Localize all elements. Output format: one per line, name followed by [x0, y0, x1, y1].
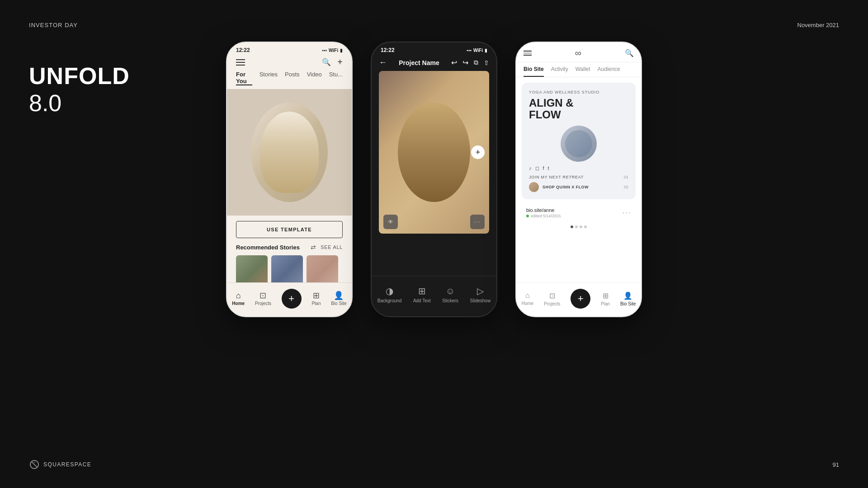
p2-more-button[interactable]: ··· — [470, 215, 485, 229]
p1-menu-line — [236, 59, 245, 60]
p3-menu-line — [524, 53, 532, 54]
p2-tool-slideshow-label: Slideshow — [470, 298, 491, 303]
p1-tab-stories[interactable]: Stories — [259, 71, 278, 85]
p3-nav-biosite[interactable]: 👤 Bio Site — [620, 291, 636, 306]
p1-search-icon[interactable]: 🔍 — [322, 58, 331, 66]
p1-signal-icon: ▪▪▪ — [322, 48, 327, 53]
p2-background-icon: ◑ — [386, 286, 393, 296]
p3-nav-home-label: Home — [521, 301, 533, 306]
p1-nav-home-label: Home — [232, 301, 245, 306]
header-right: November 2021 — [797, 22, 840, 28]
p3-bottom-nav: ⌂ Home ⊡ Projects + ⊞ Plan 👤 Bio Site — [516, 282, 641, 316]
p3-url-date: edited 5/14/2021 — [531, 214, 561, 218]
p1-tab-stu[interactable]: Stu... — [329, 71, 343, 85]
squarespace-logo-icon — [29, 459, 40, 470]
p3-instagram-icon[interactable]: ◻ — [535, 165, 539, 171]
p2-tool-background-label: Background — [377, 298, 401, 303]
p1-tab-video[interactable]: Video — [307, 71, 322, 85]
p3-menu-line — [524, 55, 532, 56]
p2-tool-background[interactable]: ◑ Background — [377, 286, 401, 303]
footer-logo-text: SQUARESPACE — [43, 461, 91, 468]
p2-battery-icon: ▮ — [485, 48, 487, 53]
p3-search-icon[interactable]: 🔍 — [625, 49, 634, 57]
p1-tab-posts[interactable]: Posts — [285, 71, 300, 85]
p1-time: 12:22 — [236, 47, 250, 53]
p3-tab-activity[interactable]: Activity — [551, 66, 568, 77]
p2-add-button[interactable]: + — [471, 145, 485, 159]
p2-redo-icon[interactable]: ↪ — [462, 58, 468, 67]
p1-menu-icon[interactable] — [236, 59, 245, 66]
p3-nav-biosite-label: Bio Site — [620, 301, 636, 306]
p3-dot-1 — [571, 225, 573, 228]
p2-project-name: Project Name — [399, 59, 439, 66]
p1-add-icon[interactable]: + — [337, 57, 343, 67]
p3-nav-plus-button[interactable]: + — [571, 289, 590, 309]
p3-tab-audience[interactable]: Audience — [598, 66, 620, 77]
p1-tab-foryou[interactable]: For You — [236, 71, 252, 85]
p2-eye-button[interactable]: 👁 — [383, 215, 398, 229]
phone-3: ∞ 🔍 Bio Site Activity Wallet Audience YO… — [515, 42, 642, 317]
p3-link-2-num: 02 — [624, 185, 628, 189]
p3-url-row[interactable]: bio.site/anne edited 5/14/2021 ··· — [522, 204, 636, 222]
p2-tool-slideshow[interactable]: ▷ Slideshow — [470, 286, 491, 303]
p2-tool-addtext[interactable]: ⊞ Add Text — [413, 286, 431, 303]
p3-active-dot — [526, 215, 529, 217]
p3-link-2[interactable]: SHOP QUINN X FLOW 02 — [529, 182, 628, 192]
p3-facebook-icon[interactable]: f — [543, 165, 544, 171]
p1-menu-line — [236, 62, 245, 63]
p3-twitter-icon[interactable]: t — [548, 165, 549, 171]
p1-nav-projects-label: Projects — [255, 301, 271, 306]
p3-top-bar: ∞ 🔍 — [516, 42, 641, 62]
p2-undo-icon[interactable]: ↩ — [451, 58, 457, 67]
p1-nav-plus-button[interactable]: + — [282, 289, 302, 309]
p3-dot-2 — [575, 225, 578, 228]
p1-nav-home[interactable]: ⌂ Home — [232, 291, 245, 306]
p1-recommended-header: Recommended Stories ⇄ SEE ALL — [236, 244, 343, 251]
p1-rec-actions: ⇄ SEE ALL — [311, 244, 343, 251]
p3-card-title-line1: ALIGN & — [529, 97, 574, 109]
p2-bottom-toolbar: ◑ Background ⊞ Add Text ☺ Stickers ▷ Sli… — [372, 276, 496, 316]
p3-link-1-text: JOIN MY NEXT RETREAT — [529, 175, 584, 179]
p1-shuffle-icon[interactable]: ⇄ — [311, 244, 316, 251]
p2-stickers-icon: ☺ — [446, 286, 455, 296]
p3-nav-projects[interactable]: ⊡ Projects — [544, 291, 560, 306]
p2-back-icon[interactable]: ← — [379, 58, 387, 67]
p3-tab-biosite[interactable]: Bio Site — [524, 66, 544, 77]
header-left: INVESTOR DAY — [29, 22, 78, 28]
p1-biosite-icon: 👤 — [334, 291, 344, 300]
p3-nav-home[interactable]: ⌂ Home — [521, 291, 533, 306]
p1-see-all[interactable]: SEE ALL — [321, 244, 343, 250]
p3-link-1[interactable]: JOIN MY NEXT RETREAT 01 — [529, 175, 628, 179]
p3-link-2-text: SHOP QUINN X FLOW — [542, 185, 620, 189]
p3-card-subtitle: YOGA AND WELLNESS STUDIO — [529, 90, 628, 94]
p1-nav-biosite[interactable]: 👤 Bio Site — [331, 291, 346, 306]
p2-status-icons: ▪▪▪ WiFi ▮ — [467, 48, 487, 53]
p3-url-more-button[interactable]: ··· — [623, 209, 631, 217]
p3-dot-4 — [584, 225, 587, 228]
p2-slideshow-icon: ▷ — [477, 286, 484, 296]
p2-nav-actions: ↩ ↪ ⧉ ⇧ — [451, 58, 489, 67]
p1-hero-oval — [251, 103, 328, 202]
p3-nav-plan[interactable]: ⊞ Plan — [601, 291, 610, 306]
p1-use-template-button[interactable]: USE TEMPLATE — [236, 221, 343, 238]
p3-dots-indicator — [522, 225, 636, 228]
p3-tab-wallet[interactable]: Wallet — [576, 66, 590, 77]
p2-share-icon[interactable]: ⇧ — [484, 59, 489, 66]
p2-tool-stickers[interactable]: ☺ Stickers — [442, 286, 458, 303]
p3-home-icon: ⌂ — [525, 291, 530, 300]
p3-menu-line — [524, 51, 532, 52]
footer: SQUARESPACE 91 — [29, 459, 839, 470]
header: INVESTOR DAY November 2021 — [29, 22, 839, 28]
p3-nav-plan-label: Plan — [601, 301, 610, 306]
p1-nav-plan[interactable]: ⊞ Plan — [311, 291, 321, 306]
title-version: 8.0 — [29, 89, 130, 117]
p2-time: 12:22 — [381, 47, 395, 53]
p1-tabs: For You Stories Posts Video Stu... — [227, 71, 352, 89]
p1-home-icon: ⌂ — [236, 291, 241, 300]
p1-status-bar: 12:22 ▪▪▪ WiFi ▮ — [227, 42, 352, 55]
p3-menu-icon[interactable] — [524, 51, 532, 56]
p1-nav-projects[interactable]: ⊡ Projects — [255, 291, 271, 306]
p3-url-info: bio.site/anne edited 5/14/2021 — [526, 207, 561, 218]
p2-copy-icon[interactable]: ⧉ — [474, 59, 478, 66]
p3-tiktok-icon[interactable]: ♪ — [529, 165, 532, 171]
